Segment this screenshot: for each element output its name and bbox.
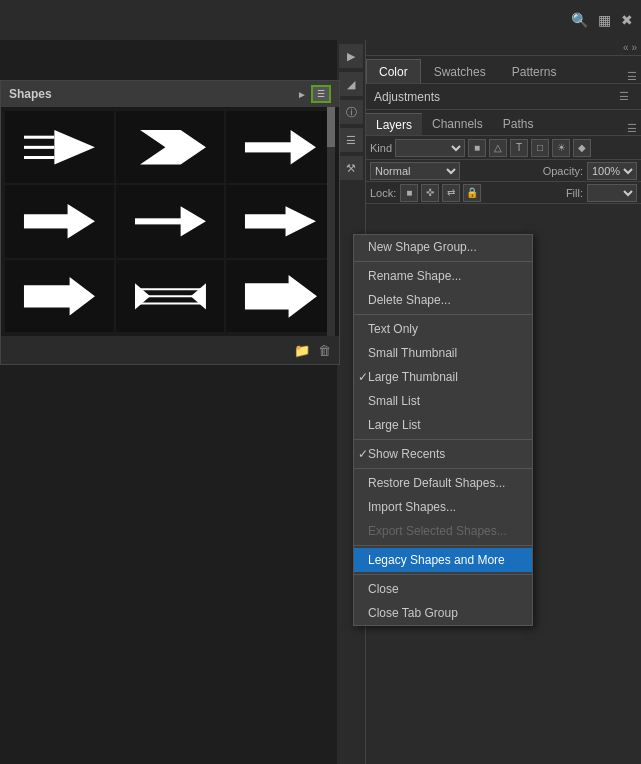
menu-item-legacy-shapes[interactable]: Legacy Shapes and More — [354, 548, 532, 572]
menu-item-large-list[interactable]: Large List — [354, 413, 532, 437]
menu-item-rename-shape[interactable]: Rename Shape... — [354, 264, 532, 288]
menu-item-show-recents[interactable]: ✓ Show Recents — [354, 442, 532, 466]
svg-rect-9 — [134, 219, 185, 225]
menu-separator-4 — [354, 468, 532, 469]
menu-item-export-shapes: Export Selected Shapes... — [354, 519, 532, 543]
shape-cell-5[interactable] — [116, 185, 225, 257]
menu-item-import-shapes[interactable]: Import Shapes... — [354, 495, 532, 519]
svg-marker-11 — [245, 206, 316, 236]
icon-bar-btn-4[interactable]: ☰ — [339, 128, 363, 152]
shape-cell-3[interactable] — [226, 111, 335, 183]
pixel-filter-btn[interactable]: ■ — [468, 139, 486, 157]
tab-swatches[interactable]: Swatches — [421, 59, 499, 83]
shape-grid — [1, 107, 339, 336]
adjustments-menu-icon[interactable]: ☰ — [619, 90, 629, 103]
svg-marker-16 — [134, 283, 149, 309]
menu-separator-2 — [354, 314, 532, 315]
tab-channels[interactable]: Channels — [422, 113, 493, 135]
lock-pos-btn[interactable]: ✜ — [421, 184, 439, 202]
lock-all-btn[interactable]: 🔒 — [463, 184, 481, 202]
svg-marker-8 — [67, 204, 94, 238]
lock-label: Lock: — [370, 187, 396, 199]
grid-scrollbar[interactable] — [327, 107, 335, 336]
lock-pixels-btn[interactable]: ■ — [400, 184, 418, 202]
menu-item-large-thumbnail[interactable]: ✓ Large Thumbnail — [354, 365, 532, 389]
shapes-footer: 📁 🗑 — [1, 336, 339, 364]
menu-separator-6 — [354, 574, 532, 575]
search-icon[interactable]: 🔍 — [571, 12, 588, 28]
tab-patterns[interactable]: Patterns — [499, 59, 570, 83]
kind-label: Kind — [370, 142, 392, 154]
shape-filter-btn[interactable]: □ — [531, 139, 549, 157]
kind-toolbar: Kind ■ △ T □ ☀ ◆ — [366, 136, 641, 160]
adjustments-panel-menu: ☰ — [619, 90, 633, 103]
context-menu: New Shape Group... Rename Shape... Delet… — [353, 234, 533, 626]
menu-item-close[interactable]: Close — [354, 577, 532, 601]
svg-marker-6 — [291, 130, 316, 164]
top-bar: 🔍 ▦ ✖ — [0, 0, 641, 40]
left-area: ▶ ◢ ⓘ ☰ ⚒ Shapes ► ☰ — [0, 40, 365, 764]
shape-cell-6[interactable] — [226, 185, 335, 257]
menu-item-restore-default[interactable]: Restore Default Shapes... — [354, 471, 532, 495]
shapes-menu-button[interactable]: ☰ — [311, 85, 331, 103]
trash-icon[interactable]: 🗑 — [318, 343, 331, 358]
svg-marker-18 — [245, 275, 317, 318]
opacity-select[interactable]: 100% — [587, 162, 637, 180]
icon-bar-btn-1[interactable]: ▶ — [339, 44, 363, 68]
smart-filter-btn[interactable]: ☀ — [552, 139, 570, 157]
fill-select[interactable] — [587, 184, 637, 202]
panel-collapse-icon[interactable]: « » — [623, 42, 637, 53]
tab-color[interactable]: Color — [366, 59, 421, 83]
svg-marker-3 — [54, 130, 95, 164]
svg-rect-5 — [245, 142, 296, 152]
adjustment-filter-btn[interactable]: △ — [489, 139, 507, 157]
svg-marker-4 — [140, 130, 206, 164]
adjustments-label: Adjustments — [374, 90, 440, 104]
shape-cell-8[interactable] — [116, 260, 225, 332]
menu-item-new-shape-group[interactable]: New Shape Group... — [354, 235, 532, 259]
svg-rect-7 — [24, 215, 70, 229]
main-layout: ▶ ◢ ⓘ ☰ ⚒ Shapes ► ☰ — [0, 40, 641, 764]
lock-icons: ■ ✜ ⇄ 🔒 — [400, 184, 481, 202]
layers-menu-icon[interactable]: ☰ — [627, 122, 637, 135]
opacity-label: Opacity: — [543, 165, 583, 177]
type-filter-btn[interactable]: T — [510, 139, 528, 157]
shapes-header-right: ► ☰ — [297, 85, 331, 103]
svg-marker-10 — [180, 206, 205, 236]
grid-scroll-thumb[interactable] — [327, 107, 335, 147]
shapes-panel: Shapes ► ☰ — [0, 80, 340, 365]
menu-separator-1 — [354, 261, 532, 262]
shape-cell-4[interactable] — [5, 185, 114, 257]
lock-row: Lock: ■ ✜ ⇄ 🔒 Fill: — [366, 182, 641, 204]
extra-filter-btn[interactable]: ◆ — [573, 139, 591, 157]
icon-bar-btn-2[interactable]: ◢ — [339, 72, 363, 96]
tab-paths[interactable]: Paths — [493, 113, 544, 135]
menu-item-small-thumbnail[interactable]: Small Thumbnail — [354, 341, 532, 365]
adjustments-row: Adjustments ☰ — [366, 84, 641, 110]
lock-move-btn[interactable]: ⇄ — [442, 184, 460, 202]
shape-cell-2[interactable] — [116, 111, 225, 183]
menu-item-text-only[interactable]: Text Only — [354, 317, 532, 341]
menu-item-close-tab-group[interactable]: Close Tab Group — [354, 601, 532, 625]
icon-bar-btn-5[interactable]: ⚒ — [339, 156, 363, 180]
expand-icon[interactable]: ✖ — [621, 12, 633, 28]
panel-menu-icon[interactable]: ☰ — [627, 70, 637, 83]
shape-cell-1[interactable] — [5, 111, 114, 183]
svg-marker-12 — [24, 277, 95, 316]
layers-tabs-row: Layers Channels Paths ☰ — [366, 110, 641, 136]
blend-mode-select[interactable]: Normal — [370, 162, 460, 180]
menu-separator-5 — [354, 545, 532, 546]
kind-select[interactable] — [395, 139, 465, 157]
folder-icon[interactable]: 📁 — [294, 343, 310, 358]
menu-item-small-list[interactable]: Small List — [354, 389, 532, 413]
svg-marker-17 — [190, 283, 205, 309]
shape-cell-9[interactable] — [226, 260, 335, 332]
menu-separator-3 — [354, 439, 532, 440]
tab-panel-arrows: ☰ — [627, 70, 641, 83]
shape-cell-7[interactable] — [5, 260, 114, 332]
panel-icon[interactable]: ▦ — [598, 12, 611, 28]
menu-item-delete-shape[interactable]: Delete Shape... — [354, 288, 532, 312]
tab-layers[interactable]: Layers — [366, 113, 422, 135]
shapes-header: Shapes ► ☰ — [1, 81, 339, 107]
icon-bar-btn-3[interactable]: ⓘ — [339, 100, 363, 124]
